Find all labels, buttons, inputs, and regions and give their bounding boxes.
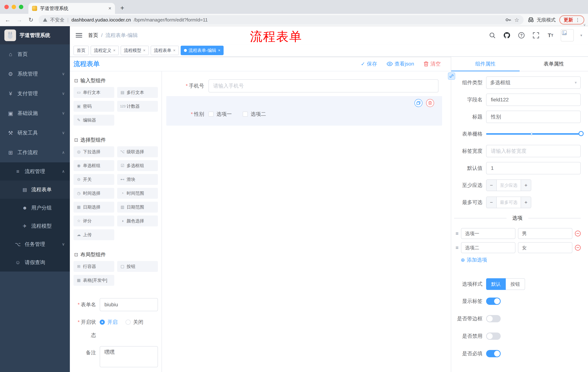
grid-slider[interactable] (486, 128, 581, 140)
minus-icon[interactable]: − (486, 180, 497, 191)
component-chip-row-container[interactable]: ⊞行容器 (74, 261, 114, 272)
search-icon[interactable] (488, 31, 497, 40)
component-chip-table[interactable]: ▦表格[开发中] (74, 275, 114, 286)
copy-widget-button[interactable] (414, 99, 422, 107)
form-name-input[interactable] (100, 298, 158, 311)
tag-process-form-edit[interactable]: 流程表单-编辑 × (181, 46, 224, 55)
option2-value-input[interactable] (518, 242, 572, 253)
gender-checkbox-option2[interactable]: 选项二 (243, 111, 266, 117)
zoom-window-button[interactable] (19, 5, 23, 9)
drag-handle-icon[interactable]: ≡ (456, 231, 459, 236)
form-remark-textarea[interactable]: 嘿嘿 (100, 346, 158, 367)
component-chip-select[interactable]: ◎下拉选择 (74, 146, 114, 157)
component-chip-password[interactable]: ▣密码 (74, 101, 114, 112)
fullscreen-icon[interactable] (532, 31, 540, 40)
tag-close-icon[interactable]: × (143, 48, 146, 53)
browser-menu-icon[interactable]: ⋮ (575, 17, 580, 23)
password-key-icon[interactable] (505, 17, 511, 23)
sidebar-item-system[interactable]: ⚙ 系统管理 ∨ (0, 64, 70, 84)
component-chip-date-range[interactable]: ▥日期范围 (117, 202, 158, 213)
canvas-field-phone[interactable]: 手机号 (166, 79, 439, 93)
avatar-caret-icon[interactable]: ▾ (580, 33, 582, 37)
minus-icon[interactable]: − (486, 197, 497, 208)
gender-checkbox-option1[interactable]: 选项一 (209, 111, 232, 117)
breadcrumb-home[interactable]: 首页 (88, 32, 98, 39)
forward-icon[interactable]: → (15, 17, 23, 23)
update-browser-button[interactable]: 更新 ⋮ (559, 15, 584, 25)
tag-close-icon[interactable]: × (218, 48, 220, 53)
tag-process-form[interactable]: 流程表单 × (151, 46, 179, 55)
tag-process-definition[interactable]: 流程定义 × (91, 46, 119, 55)
field-name-input[interactable] (486, 94, 581, 106)
component-chip-editor[interactable]: ✎编辑器 (74, 115, 114, 126)
minimize-window-button[interactable] (12, 5, 16, 9)
view-json-button[interactable]: 查看json (387, 60, 414, 67)
tab-form-props[interactable]: 表单属性 (520, 57, 588, 71)
close-window-button[interactable] (4, 5, 9, 9)
tag-process-model[interactable]: 流程模型 × (121, 46, 149, 55)
sidebar-item-user-group[interactable]: ☻ 用户分组 (0, 199, 70, 217)
component-chip-rate[interactable]: ☆评分 (74, 215, 114, 226)
component-chip-radio-group[interactable]: ◉单选框组 (74, 160, 114, 171)
component-chip-upload[interactable]: ☁上传 (74, 229, 114, 240)
widget-link-badge[interactable] (448, 73, 455, 80)
option-style-default-button[interactable]: 默认 (486, 278, 506, 290)
component-chip-color-picker[interactable]: ◑颜色选择 (117, 215, 158, 226)
component-chip-time-range[interactable]: ◔时间范围 (117, 188, 158, 199)
sidebar-item-process-mgmt[interactable]: ≡ 流程管理 ∧ (0, 162, 70, 181)
font-size-icon[interactable]: TT (546, 31, 555, 40)
required-toggle[interactable] (486, 350, 501, 357)
show-label-toggle[interactable] (486, 298, 501, 305)
drag-handle-icon[interactable]: ≡ (456, 245, 459, 251)
back-icon[interactable]: ← (4, 17, 12, 23)
avatar[interactable] (561, 29, 574, 42)
hamburger-icon[interactable] (76, 33, 82, 37)
option2-label-input[interactable] (461, 242, 515, 253)
component-chip-slider[interactable]: ⊷滑块 (117, 174, 158, 185)
remove-option-icon[interactable] (575, 231, 581, 236)
option1-label-input[interactable] (461, 228, 515, 239)
component-chip-checkbox-group[interactable]: ☑多选框组 (117, 160, 158, 171)
remove-option-icon[interactable] (575, 245, 581, 251)
component-chip-switch[interactable]: ⊝开关 (74, 174, 114, 185)
option-style-button-button[interactable]: 按钮 (506, 278, 525, 290)
clear-button[interactable]: 清空 (423, 60, 441, 67)
tag-close-icon[interactable]: × (113, 48, 116, 53)
bookmark-star-icon[interactable]: ☆ (514, 17, 519, 23)
with-border-toggle[interactable] (486, 315, 501, 322)
add-option-button[interactable]: ⊕ 添加选项 (461, 256, 581, 263)
tag-close-icon[interactable]: × (173, 48, 176, 53)
tab-component-props[interactable]: 组件属性 (451, 57, 520, 71)
github-icon[interactable] (503, 31, 511, 40)
status-radio-off[interactable]: 关闭 (126, 319, 143, 326)
component-chip-single-text[interactable]: ▭单行文本 (74, 87, 114, 98)
component-chip-date-picker[interactable]: ▦日期选择 (74, 202, 114, 213)
label-width-input[interactable] (486, 145, 581, 157)
canvas-field-gender-selected[interactable]: 性别 选项一 选项二 (166, 96, 442, 126)
sidebar-item-process-form[interactable]: ▤ 流程表单 (0, 181, 70, 199)
sidebar-item-process-model[interactable]: ✈ 流程模型 (0, 217, 70, 235)
min-select-stepper[interactable]: − 至少应选 + (486, 180, 531, 191)
new-tab-button[interactable]: + (117, 3, 127, 13)
default-value-input[interactable] (486, 162, 581, 174)
tag-home[interactable]: 首页 (74, 46, 89, 55)
sidebar-item-leave-query[interactable]: ☺ 请假查询 (0, 253, 70, 272)
sidebar-item-workflow[interactable]: ⊞ 工作流程 ∧ (0, 143, 70, 162)
browser-tab[interactable]: 芋道管理系统 × (28, 3, 115, 14)
component-chip-cascader[interactable]: ⌥级联选择 (117, 146, 158, 157)
component-chip-counter[interactable]: 123计数器 (117, 101, 158, 112)
component-chip-textarea[interactable]: ▤多行文本 (117, 87, 158, 98)
component-chip-button[interactable]: ▢按钮 (117, 261, 158, 272)
delete-widget-button[interactable] (426, 99, 434, 107)
option1-value-input[interactable] (518, 228, 572, 239)
sidebar-item-task-mgmt[interactable]: ⌥ 任务管理 ∨ (0, 235, 70, 253)
address-bar[interactable]: 不安全 | dashboard.yudao.iocoder.cn/bpm/man… (39, 15, 524, 25)
form-canvas[interactable]: 手机号 (162, 71, 451, 372)
sidebar-item-home[interactable]: ⌂ 首页 (0, 44, 70, 64)
sidebar-item-infra[interactable]: ▣ 基础设施 ∨ (0, 103, 70, 123)
phone-input[interactable] (209, 79, 439, 93)
help-icon[interactable]: ? (517, 31, 526, 40)
disabled-toggle[interactable] (486, 332, 501, 340)
title-input[interactable] (486, 111, 581, 123)
component-type-select[interactable]: 多选框组 ▾ (486, 76, 581, 89)
